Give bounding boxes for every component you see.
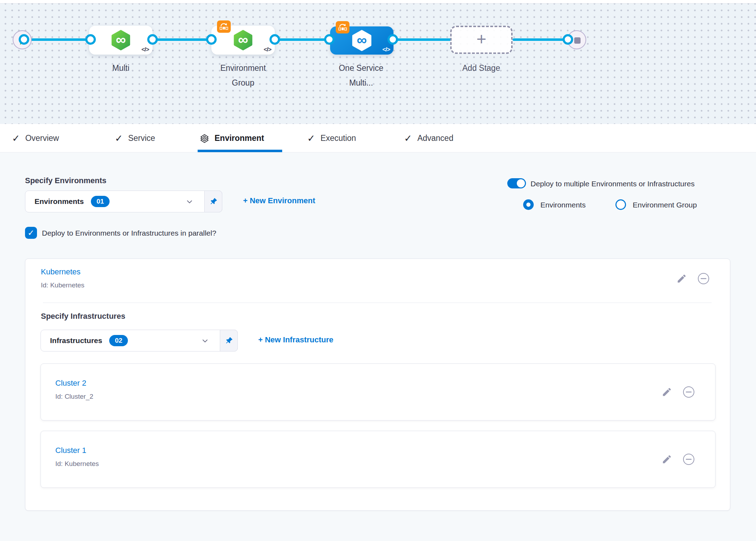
pipeline-edge: [24, 38, 92, 41]
edit-infrastructure-button[interactable]: [662, 387, 672, 397]
tab-advanced[interactable]: ✓ Advanced: [404, 124, 453, 153]
remove-infrastructure-button[interactable]: [683, 386, 695, 398]
deploy-multiple-toggle-label: Deploy to multiple Environments or Infra…: [531, 180, 695, 188]
stage-label: One Service Multi...: [315, 61, 407, 90]
stage-node-environment-group[interactable]: ∞ </>: [211, 26, 275, 55]
specify-infrastructures-heading: Specify Infrastructures: [41, 312, 125, 321]
environment-card: Kubernetes Id: Kubernetes Specify Infras…: [25, 259, 730, 511]
infrastructure-id-text: Id: Cluster_2: [55, 393, 93, 400]
node-port: [147, 34, 158, 45]
check-icon: ✓: [404, 133, 412, 144]
pipeline-edge: [513, 38, 570, 41]
node-port: [19, 34, 29, 45]
remove-infrastructure-button[interactable]: [683, 453, 695, 465]
new-infrastructure-link[interactable]: + New Infrastructure: [258, 335, 333, 344]
minus-circle-icon: [683, 453, 695, 465]
dropdown-value: Environments: [35, 197, 84, 206]
code-view-icon: </>: [141, 46, 149, 53]
environments-dropdown[interactable]: Environments 01: [25, 191, 222, 212]
pencil-icon: [662, 387, 672, 397]
pipeline-edge: [153, 38, 213, 41]
check-icon: ✓: [115, 133, 123, 144]
node-port: [388, 34, 398, 45]
pipeline-canvas: ∞ </> ∞ </>: [0, 0, 756, 124]
add-stage-button[interactable]: +: [450, 26, 513, 54]
stage-config-tabbar: ✓ Overview ✓ Service Environment ✓ Execu…: [0, 124, 756, 153]
pipeline-edge: [275, 38, 331, 41]
edit-infrastructure-button[interactable]: [662, 454, 672, 465]
radio-environment-group[interactable]: [615, 199, 626, 210]
pipeline-studio-screen: ∞ </> ∞ </>: [0, 0, 756, 541]
environment-title-link[interactable]: Kubernetes: [41, 267, 81, 276]
infrastructure-title-link[interactable]: Cluster 1: [55, 446, 86, 455]
pin-toggle-button[interactable]: [220, 330, 238, 352]
active-tab-indicator: [198, 150, 282, 152]
infinity-icon: ∞: [116, 32, 126, 46]
stage-node-multi[interactable]: ∞ </>: [89, 26, 153, 55]
infrastructure-id-text: Id: Kubernetes: [55, 460, 99, 468]
edit-environment-button[interactable]: [676, 273, 687, 284]
radio-environments[interactable]: [523, 199, 534, 210]
specify-environments-heading: Specify Environments: [25, 176, 106, 185]
infrastructure-card: Cluster 2 Id: Cluster_2: [41, 363, 715, 421]
tab-execution[interactable]: ✓ Execution: [307, 124, 356, 153]
check-icon: ✓: [27, 229, 34, 237]
minus-circle-icon: [683, 386, 695, 398]
node-port: [85, 34, 96, 45]
count-badge: 01: [91, 196, 110, 207]
check-icon: ✓: [12, 133, 20, 144]
tab-environment[interactable]: Environment: [200, 124, 264, 153]
check-icon: ✓: [307, 133, 315, 144]
infrastructure-title-link[interactable]: Cluster 2: [55, 379, 86, 388]
deploy-parallel-checkbox-label: Deploy to Environments or Infrastructure…: [42, 229, 216, 237]
infrastructure-card: Cluster 1 Id: Kubernetes: [41, 431, 715, 488]
dropdown-value: Infrastructures: [50, 336, 102, 345]
node-port: [269, 34, 280, 45]
stop-icon: [574, 37, 581, 44]
environment-id-text: Id: Kubernetes: [41, 281, 85, 289]
card-divider: [43, 303, 712, 303]
node-port: [563, 34, 573, 45]
deploy-multiple-toggle[interactable]: [507, 178, 526, 188]
code-view-icon: </>: [264, 46, 271, 53]
rolling-deploy-badge-icon: [336, 21, 349, 33]
stage-node-one-service-multi[interactable]: ∞ </>: [330, 26, 394, 55]
count-badge: 02: [109, 335, 128, 346]
stage-label: Multi: [75, 61, 167, 75]
code-view-icon: </>: [382, 46, 390, 53]
pin-toggle-button[interactable]: [204, 191, 222, 212]
radio-environments-label: Environments: [540, 201, 585, 209]
infrastructures-dropdown[interactable]: Infrastructures 02: [41, 330, 238, 352]
minus-circle-icon: [698, 273, 709, 285]
chevron-down-icon: [201, 337, 209, 345]
toggle-knob: [517, 179, 525, 187]
rolling-deploy-badge-icon: [217, 20, 231, 33]
pushpin-icon: [225, 336, 233, 345]
infinity-icon: ∞: [238, 32, 248, 46]
pipeline-edge: [393, 38, 452, 41]
remove-environment-button[interactable]: [698, 273, 709, 285]
pushpin-icon: [209, 197, 218, 206]
tab-overview[interactable]: ✓ Overview: [12, 124, 59, 153]
node-port: [324, 34, 335, 45]
environment-tab-panel: Specify Environments Environments 01 + N…: [0, 153, 756, 541]
pencil-icon: [662, 454, 672, 465]
plus-icon: +: [476, 31, 486, 48]
stage-label: Add Stage: [435, 61, 527, 75]
pencil-icon: [676, 273, 687, 284]
tab-service[interactable]: ✓ Service: [115, 124, 155, 153]
chevron-down-icon: [185, 198, 194, 206]
node-port: [206, 34, 217, 45]
environment-layers-icon: [200, 133, 209, 143]
infinity-icon: ∞: [357, 33, 367, 47]
radio-environment-group-label: Environment Group: [633, 201, 697, 209]
deploy-parallel-checkbox[interactable]: ✓: [25, 227, 37, 239]
new-environment-link[interactable]: + New Environment: [243, 196, 315, 205]
stage-label: Environment Group: [197, 61, 289, 90]
